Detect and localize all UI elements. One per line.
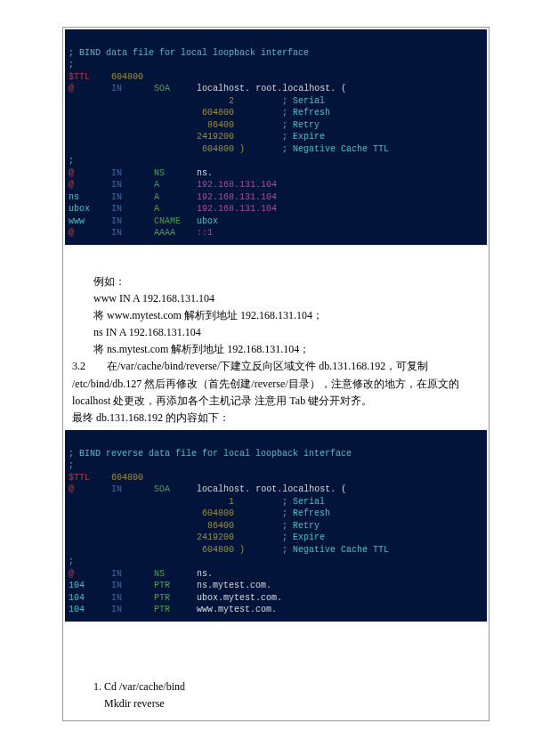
rec-type: A <box>154 204 159 214</box>
rec-name: ubox <box>69 204 90 214</box>
soa-mname: localhost. <box>197 84 250 93</box>
rec-type: NS <box>154 168 165 178</box>
result-label: 最终 db.131.168.192 的内容如下： <box>72 410 480 427</box>
soa-mname: localhost. <box>197 484 250 494</box>
rec-type: PTR <box>154 581 170 590</box>
refresh: 604800 <box>202 108 234 118</box>
section-3-2: 3.2 在/var/cache/bind/reverse/下建立反向区域文件 d… <box>72 358 480 375</box>
refresh-comment: ; Refresh <box>282 108 330 118</box>
rec-name: 104 <box>69 605 85 614</box>
retry-comment: ; Retry <box>282 120 320 130</box>
serial: 1 <box>229 497 234 507</box>
soa-rname: root.localhost. ( <box>255 84 346 93</box>
soa-type: SOA <box>154 84 170 93</box>
cmd-cd: 1. Cd /var/cache/bind <box>72 679 480 695</box>
rec-class: IN <box>111 192 122 202</box>
rec-value: www.mytest.com. <box>197 605 277 614</box>
rec-value: ns.mytest.com. <box>197 581 271 590</box>
explanation-block-1: 例如： www IN A 192.168.131.104 将 www.mytes… <box>65 270 487 431</box>
example-explain-www: 将 www.mytest.com 解析到地址 192.168.131.104； <box>72 307 480 324</box>
rec-value: 192.168.131.104 <box>197 180 277 190</box>
ttl-value: 604800 <box>111 72 143 82</box>
rec-type: PTR <box>154 605 170 614</box>
negcache: 604800 ) <box>202 144 245 154</box>
rec-value: 192.168.131.104 <box>197 192 277 202</box>
section-text-cont: /etc/bind/db.127 然后再修改（首先创建/reverse/目录），… <box>72 376 480 410</box>
ttl-directive: $TTL <box>69 72 90 82</box>
serial: 2 <box>229 96 234 106</box>
rec-class: IN <box>111 204 122 214</box>
rec-type: NS <box>154 569 165 579</box>
rec-value: ::1 <box>197 228 213 238</box>
soa-origin: @ <box>69 84 74 93</box>
retry: 86400 <box>207 120 234 130</box>
blank-line: ; <box>69 557 74 566</box>
rec-class: IN <box>111 569 122 579</box>
expire-comment: ; Expire <box>282 132 325 142</box>
serial-comment: ; Serial <box>282 497 325 507</box>
example-explain-ns: 将 ns.mytest.com 解析到地址 192.168.131.104； <box>72 341 480 358</box>
soa-origin: @ <box>69 484 74 494</box>
rec-class: IN <box>111 605 122 614</box>
rec-name: ns <box>69 192 79 202</box>
serial-comment: ; Serial <box>282 96 325 106</box>
blank-line: ; <box>69 460 74 470</box>
zone-comment: ; BIND data file for local loopback inte… <box>69 48 309 58</box>
blank-line: ; <box>69 156 74 166</box>
zone-comment: ; BIND reverse data file for local loopb… <box>69 449 352 459</box>
blank-line: ; <box>69 60 74 69</box>
terminal-reverse-zone: ; BIND reverse data file for local loopb… <box>65 430 487 622</box>
rec-name: 104 <box>69 581 85 590</box>
rec-class: IN <box>111 581 122 590</box>
soa-class: IN <box>111 484 122 494</box>
expire-comment: ; Expire <box>282 532 325 542</box>
example-label: 例如： <box>72 273 480 290</box>
rec-type: A <box>154 192 159 202</box>
rec-name: @ <box>69 228 74 238</box>
ttl-value: 604800 <box>111 473 143 483</box>
rec-class: IN <box>111 228 122 238</box>
rec-class: IN <box>111 216 122 226</box>
retry-comment: ; Retry <box>282 521 320 531</box>
refresh: 604800 <box>202 508 234 518</box>
rec-name: 104 <box>69 593 85 603</box>
rec-value: ubox.mytest.com. <box>197 593 282 603</box>
negcache-comment: ; Negative Cache TTL <box>282 545 389 555</box>
negcache: 604800 ) <box>202 545 245 555</box>
rec-class: IN <box>111 593 122 603</box>
negcache-comment: ; Negative Cache TTL <box>282 144 389 154</box>
rec-value: ns. <box>197 168 213 178</box>
ttl-directive: $TTL <box>69 473 90 483</box>
expire: 2419200 <box>197 532 234 542</box>
cmd-mkdir: Mkdir reverse <box>72 695 480 712</box>
section-number: 3.2 <box>72 360 85 372</box>
example-record-ns: ns IN A 192.168.131.104 <box>72 324 480 341</box>
commands-block: 1. Cd /var/cache/bind Mkdir reverse <box>65 675 487 716</box>
rec-class: IN <box>111 180 122 190</box>
terminal-forward-zone: ; BIND data file for local loopback inte… <box>65 29 487 245</box>
section-text: 在/var/cache/bind/reverse/下建立反向区域文件 db.13… <box>107 360 428 372</box>
rec-value: 192.168.131.104 <box>197 204 277 214</box>
rec-type: AAAA <box>154 228 175 238</box>
rec-type: CNAME <box>154 216 181 226</box>
rec-type: A <box>154 180 159 190</box>
rec-name: @ <box>69 180 74 190</box>
document-page: ; BIND data file for local loopback inte… <box>62 27 490 721</box>
example-record-www: www IN A 192.168.131.104 <box>72 290 480 307</box>
rec-class: IN <box>111 168 122 178</box>
expire: 2419200 <box>197 132 234 142</box>
soa-type: SOA <box>154 484 170 494</box>
retry: 86400 <box>207 521 234 531</box>
rec-name: @ <box>69 168 74 178</box>
rec-name: www <box>69 216 85 226</box>
rec-name: @ <box>69 569 74 579</box>
rec-value: ns. <box>197 569 213 579</box>
rec-type: PTR <box>154 593 170 603</box>
soa-rname: root.localhost. ( <box>255 484 346 494</box>
rec-value: ubox <box>197 216 218 226</box>
refresh-comment: ; Refresh <box>282 508 330 518</box>
soa-class: IN <box>111 84 122 93</box>
